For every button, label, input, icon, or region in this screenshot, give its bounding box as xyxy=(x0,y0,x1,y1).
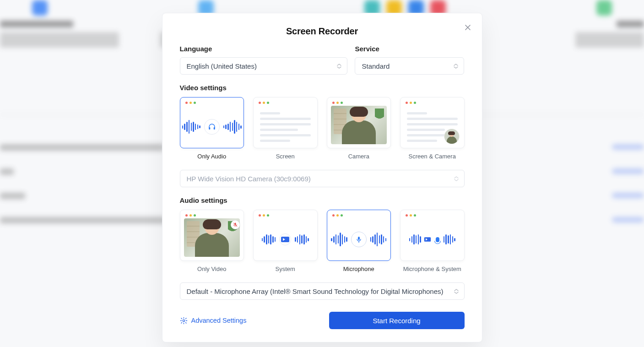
audio-device-value: Default - Microphone Array (Intel® Smart… xyxy=(187,287,444,295)
video-option-screen-camera[interactable] xyxy=(400,97,465,148)
start-recording-button[interactable]: Start Recording xyxy=(329,312,465,329)
service-select[interactable]: Standard xyxy=(355,57,464,75)
service-value: Standard xyxy=(362,62,390,70)
audio-device-select[interactable]: Default - Microphone Array (Intel® Smart… xyxy=(180,282,465,300)
audio-options-row: Only Video System xyxy=(180,210,465,272)
audio-option-only-video[interactable] xyxy=(180,210,244,261)
chevron-updown-icon xyxy=(454,175,459,182)
audio-option-microphone[interactable] xyxy=(327,210,391,261)
start-recording-label: Start Recording xyxy=(373,317,420,325)
audio-option-microphone-system[interactable] xyxy=(400,210,465,261)
audio-option-microphone-label: Microphone xyxy=(343,266,374,272)
chevron-updown-icon xyxy=(454,288,459,294)
window-dots-icon xyxy=(180,210,244,218)
svg-point-3 xyxy=(183,320,184,321)
audio-settings-label: Audio settings xyxy=(180,196,465,204)
screen-recorder-modal: Screen Recorder Language English (United… xyxy=(162,13,482,342)
audio-option-only-video-label: Only Video xyxy=(197,266,226,272)
video-option-screen[interactable] xyxy=(253,97,318,148)
video-settings-label: Video settings xyxy=(180,84,465,92)
audio-option-microphone-system-label: Microphone & System xyxy=(403,266,461,272)
svg-rect-1 xyxy=(214,127,215,130)
video-option-only-audio-label: Only Audio xyxy=(197,153,226,160)
gear-icon xyxy=(180,317,188,325)
close-button[interactable] xyxy=(462,22,474,33)
headphones-icon xyxy=(204,119,220,135)
window-dots-icon xyxy=(327,98,391,106)
video-option-screen-label: Screen xyxy=(276,153,295,160)
chevron-updown-icon xyxy=(337,63,341,69)
video-option-camera[interactable] xyxy=(327,97,391,148)
screen-preview-icon xyxy=(254,112,317,142)
video-option-screen-camera-label: Screen & Camera xyxy=(409,153,456,160)
mic-muted-icon xyxy=(231,220,240,229)
advanced-settings-button[interactable]: Advanced Settings xyxy=(180,317,247,325)
window-dots-icon xyxy=(180,98,244,106)
window-dots-icon xyxy=(327,210,391,218)
language-select[interactable]: English (United States) xyxy=(180,57,348,75)
camera-overlay-icon xyxy=(444,129,460,144)
video-option-only-audio[interactable] xyxy=(180,97,244,148)
close-icon xyxy=(465,24,471,31)
window-dots-icon xyxy=(400,98,464,106)
microphone-icon xyxy=(351,232,367,247)
window-dots-icon xyxy=(254,210,317,218)
language-value: English (United States) xyxy=(187,62,257,70)
service-label: Service xyxy=(355,45,464,53)
modal-title: Screen Recorder xyxy=(180,26,465,37)
camera-device-select[interactable]: HP Wide Vision HD Camera (30c9:0069) xyxy=(180,170,465,187)
svg-rect-2 xyxy=(358,237,360,240)
window-dots-icon xyxy=(400,210,464,218)
video-options-row: Only Audio Screen xyxy=(180,97,465,160)
language-label: Language xyxy=(180,45,348,53)
camera-preview-icon xyxy=(331,106,387,144)
advanced-settings-label: Advanced Settings xyxy=(191,317,247,324)
camera-device-value: HP Wide Vision HD Camera (30c9:0069) xyxy=(187,175,311,183)
audio-option-system[interactable] xyxy=(253,210,318,261)
microphone-icon xyxy=(436,237,439,242)
chevron-updown-icon xyxy=(454,63,458,69)
window-dots-icon xyxy=(254,98,317,106)
screen-play-icon xyxy=(424,237,431,242)
svg-rect-0 xyxy=(209,127,210,130)
audio-option-system-label: System xyxy=(276,266,295,272)
video-option-camera-label: Camera xyxy=(348,153,369,160)
screen-play-icon xyxy=(279,233,291,245)
